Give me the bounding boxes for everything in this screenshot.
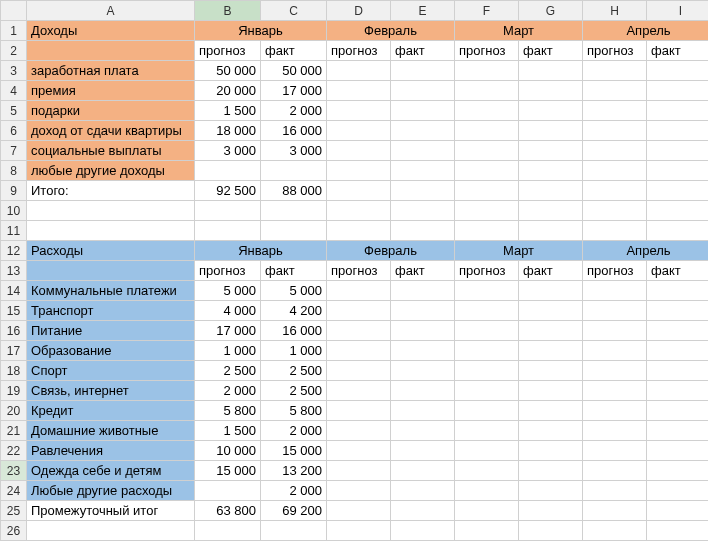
cell[interactable] [327,401,391,421]
cell[interactable] [583,301,647,321]
cell[interactable]: 2 500 [261,361,327,381]
cell[interactable] [327,61,391,81]
col-header-C[interactable]: C [261,1,327,21]
income-row-label[interactable]: любые другие доходы [27,161,195,181]
cell[interactable] [647,141,709,161]
cell[interactable]: 10 000 [195,441,261,461]
cell[interactable] [391,341,455,361]
income-row-label[interactable]: премия [27,81,195,101]
hdr-forecast[interactable]: прогноз [327,41,391,61]
cell[interactable] [327,521,391,541]
cell[interactable] [455,201,519,221]
cell[interactable] [583,341,647,361]
cell[interactable] [327,201,391,221]
cell[interactable] [261,221,327,241]
col-header-A[interactable]: A [27,1,195,21]
cell[interactable] [583,181,647,201]
cell[interactable] [391,201,455,221]
expense-title[interactable]: Расходы [27,241,195,261]
cell[interactable]: 2 500 [261,381,327,401]
cell[interactable] [455,121,519,141]
expense-month-apr[interactable]: Апрель [583,241,709,261]
cell[interactable] [455,221,519,241]
expense-row-label[interactable]: Образование [27,341,195,361]
cell[interactable] [455,321,519,341]
cell[interactable] [519,461,583,481]
cell[interactable] [583,101,647,121]
cell[interactable] [195,201,261,221]
income-title[interactable]: Доходы [27,21,195,41]
cell[interactable] [455,481,519,501]
expense-subtotal-fact[interactable]: 69 200 [261,501,327,521]
col-header-F[interactable]: F [455,1,519,21]
cell[interactable]: 2 000 [195,381,261,401]
hdr-forecast[interactable]: прогноз [455,41,519,61]
cell[interactable] [583,321,647,341]
income-row-label[interactable]: подарки [27,101,195,121]
cell[interactable] [583,461,647,481]
cell[interactable] [455,501,519,521]
income-month-feb[interactable]: Февраль [327,21,455,41]
cell[interactable] [647,81,709,101]
cell[interactable] [391,101,455,121]
cell[interactable] [455,61,519,81]
cell[interactable] [519,281,583,301]
cell[interactable] [327,421,391,441]
row-header-22[interactable]: 22 [1,441,27,461]
hdr-fact[interactable]: факт [647,261,709,281]
cell[interactable] [327,121,391,141]
cell[interactable] [455,421,519,441]
hdr-fact[interactable]: факт [391,41,455,61]
cell[interactable] [583,221,647,241]
row-header-19[interactable]: 19 [1,381,27,401]
cell[interactable] [391,421,455,441]
col-header-B[interactable]: B [195,1,261,21]
cell[interactable] [455,441,519,461]
cell[interactable] [327,381,391,401]
hdr-fact[interactable]: факт [647,41,709,61]
cell[interactable] [327,481,391,501]
cell[interactable] [647,321,709,341]
cell[interactable] [455,101,519,121]
cell[interactable]: 1 500 [195,101,261,121]
cell[interactable] [583,121,647,141]
cell[interactable] [261,161,327,181]
cell[interactable] [519,341,583,361]
cell[interactable] [519,441,583,461]
cell[interactable] [455,161,519,181]
cell[interactable] [519,301,583,321]
expense-row-label[interactable]: Любые другие расходы [27,481,195,501]
cell[interactable] [391,401,455,421]
cell[interactable]: 20 000 [195,81,261,101]
cell[interactable] [27,41,195,61]
cell[interactable] [647,221,709,241]
cell[interactable]: 50 000 [195,61,261,81]
row-header-7[interactable]: 7 [1,141,27,161]
expense-subtotal-label[interactable]: Промежуточный итог [27,501,195,521]
expense-month-jan[interactable]: Январь [195,241,327,261]
cell[interactable] [647,181,709,201]
cell[interactable]: 2 500 [195,361,261,381]
cell[interactable] [327,461,391,481]
cell[interactable] [391,481,455,501]
cell[interactable] [519,381,583,401]
cell[interactable]: 3 000 [195,141,261,161]
row-header-25[interactable]: 25 [1,501,27,521]
row-header-4[interactable]: 4 [1,81,27,101]
cell[interactable]: 17 000 [195,321,261,341]
cell[interactable] [27,261,195,281]
row-header-13[interactable]: 13 [1,261,27,281]
cell[interactable] [327,141,391,161]
cell[interactable] [647,201,709,221]
cell[interactable] [195,161,261,181]
expense-row-label[interactable]: Одежда себе и детям [27,461,195,481]
cell[interactable] [647,361,709,381]
income-total-fact[interactable]: 88 000 [261,181,327,201]
cell[interactable]: 5 800 [195,401,261,421]
row-header-17[interactable]: 17 [1,341,27,361]
cell[interactable] [327,221,391,241]
cell[interactable]: 5 800 [261,401,327,421]
cell[interactable] [391,321,455,341]
row-header-12[interactable]: 12 [1,241,27,261]
row-header-1[interactable]: 1 [1,21,27,41]
